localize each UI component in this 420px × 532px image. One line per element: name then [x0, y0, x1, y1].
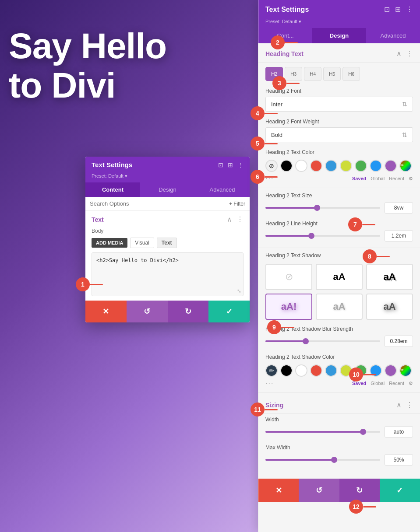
color-yellow[interactable]	[340, 160, 352, 172]
small-modal-preset[interactable]: Preset: Default ▾	[85, 172, 250, 182]
text-size-track[interactable]	[265, 207, 380, 209]
weight-select[interactable]: Bold ⇅	[265, 127, 413, 142]
sizing-more-icon[interactable]: ⋮	[406, 401, 413, 409]
panel-cancel-button[interactable]: ✕	[258, 479, 299, 502]
color-paint[interactable]: ✏	[399, 160, 412, 172]
shadow-color-dots[interactable]: ···	[265, 379, 274, 387]
shadow-faded[interactable]: aA	[316, 294, 363, 320]
eyedropper-swatch-2[interactable]: ✏	[265, 364, 278, 377]
small-modal-header-icons: ⊡ ⊞ ⋮	[218, 161, 244, 168]
small-tab-advanced[interactable]: Advanced	[195, 182, 250, 197]
color-green[interactable]	[355, 160, 367, 172]
color-blue[interactable]	[325, 160, 337, 172]
panel-reset-button[interactable]: ↺	[299, 479, 339, 502]
resize-handle[interactable]: ⤡	[237, 288, 241, 294]
text-size-thumb[interactable]	[314, 205, 320, 211]
saved-label[interactable]: Saved	[352, 176, 366, 182]
small-tab-design[interactable]: Design	[140, 182, 195, 197]
shadow-dark[interactable]: aA	[366, 294, 413, 320]
shadow-blur-slider-container: 0.28em	[265, 336, 413, 347]
panel-header: Text Settings ⊡ ⊞ ⋮	[258, 0, 420, 18]
small-tab-content[interactable]: Content	[85, 182, 140, 197]
max-width-track[interactable]	[265, 459, 380, 461]
shadow-color-settings-icon[interactable]: ⚙	[409, 381, 413, 386]
h4-tab[interactable]: H4	[304, 67, 321, 81]
badge-6-container: 6	[251, 170, 278, 184]
save-button[interactable]: ✓	[208, 301, 250, 322]
shadow-color-paint[interactable]: ✏	[399, 364, 412, 377]
code-editor[interactable]: <h2>Say Hello to Divi</h2> ⤡	[92, 252, 244, 296]
panel-more-icon[interactable]: ⋮	[406, 5, 413, 14]
badge-12-container: 12	[349, 500, 376, 514]
panel-tab-design[interactable]: Design	[312, 28, 366, 43]
body-label: Body	[85, 226, 250, 236]
recent-label[interactable]: Recent	[389, 176, 404, 182]
h5-tab[interactable]: H5	[323, 67, 341, 81]
redo-button[interactable]: ↻	[168, 301, 209, 322]
shadow-none[interactable]: ⊘	[265, 264, 312, 290]
columns-icon[interactable]: ⊞	[228, 161, 233, 168]
section-more-icon[interactable]: ⋮	[236, 216, 244, 223]
shadow-outline[interactable]: aA	[366, 264, 413, 290]
width-value[interactable]: auto	[385, 426, 413, 438]
width-track[interactable]	[265, 431, 380, 433]
panel-tab-advanced[interactable]: Advanced	[366, 28, 420, 43]
color-lightblue[interactable]	[370, 160, 382, 172]
color-purple[interactable]	[385, 160, 397, 172]
font-select[interactable]: Inter ⇅	[265, 97, 413, 112]
shadow-color-black[interactable]	[280, 364, 293, 377]
text-size-value[interactable]: 8vw	[385, 202, 413, 214]
collapse-icon[interactable]: ∧	[227, 216, 232, 223]
color-black[interactable]	[280, 160, 293, 172]
add-media-button[interactable]: ADD MEDIA	[92, 238, 127, 248]
h6-tab[interactable]: H6	[342, 67, 360, 81]
shadow-color-purple[interactable]	[385, 364, 397, 377]
text-button[interactable]: Text	[157, 238, 177, 248]
panel-save-button[interactable]: ✓	[380, 479, 420, 502]
text-size-slider-container: 8vw	[265, 202, 413, 214]
shadow-color-blue[interactable]	[325, 364, 337, 377]
badge-8-line	[377, 256, 390, 257]
shadow-blur-track[interactable]	[265, 340, 380, 342]
panel-focus-icon[interactable]: ⊡	[384, 5, 390, 14]
line-height-track[interactable]	[265, 235, 380, 237]
shadow-blur-thumb[interactable]	[303, 338, 309, 344]
focus-icon[interactable]: ⊡	[218, 161, 223, 168]
sizing-collapse-icon[interactable]: ∧	[396, 401, 402, 409]
heading-collapse-icon[interactable]: ∧	[396, 49, 402, 58]
shadow-normal[interactable]: aA	[316, 264, 363, 290]
filter-button[interactable]: + Filter	[229, 201, 245, 207]
max-width-value[interactable]: 50%	[385, 454, 413, 466]
divider-1	[258, 188, 420, 188]
color-settings-icon[interactable]: ⚙	[409, 176, 413, 182]
badge-11-container: 11	[251, 402, 278, 416]
panel-preset[interactable]: Preset: Default ▾	[258, 18, 420, 28]
hero-text: Say Hello to Divi	[9, 26, 166, 105]
panel-columns-icon[interactable]: ⊞	[395, 5, 401, 14]
visual-button[interactable]: Visual	[130, 238, 154, 248]
shadow-blur-value[interactable]: 0.28em	[385, 336, 413, 347]
color-white[interactable]	[295, 160, 307, 172]
shadow-color-white[interactable]	[295, 364, 307, 377]
line-height-thumb[interactable]	[308, 233, 314, 239]
shadow-bottom-selected[interactable]: aA!	[265, 294, 312, 320]
divider-3	[258, 392, 420, 393]
color-meta-labels: Saved Global Recent ⚙	[352, 176, 413, 182]
line-height-fill	[265, 235, 311, 237]
badge-7-container: 7	[348, 217, 375, 231]
shadow-recent-label[interactable]: Recent	[389, 381, 404, 386]
width-thumb[interactable]	[360, 429, 366, 435]
max-width-thumb[interactable]	[331, 457, 337, 463]
text-size-label: Heading 2 Text Size	[258, 190, 420, 200]
heading-more-icon[interactable]: ⋮	[406, 49, 413, 58]
shadow-color-red[interactable]	[310, 364, 322, 377]
panel-redo-button[interactable]: ↻	[339, 479, 380, 502]
more-icon[interactable]: ⋮	[237, 161, 244, 168]
cancel-button[interactable]: ✕	[85, 301, 127, 322]
global-label[interactable]: Global	[371, 176, 385, 182]
shadow-bottom-text: aA!	[281, 301, 296, 312]
line-height-value[interactable]: 1.2em	[385, 230, 413, 242]
color-red[interactable]	[310, 160, 322, 172]
reset-button[interactable]: ↺	[127, 301, 168, 322]
search-input[interactable]	[90, 200, 226, 207]
